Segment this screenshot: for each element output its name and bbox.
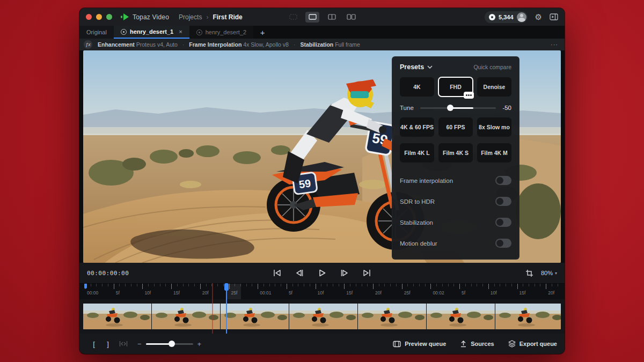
filmstrip[interactable] <box>79 299 565 334</box>
ruler-minor-tick <box>131 284 131 286</box>
filmstrip-thumbnail[interactable] <box>152 304 220 329</box>
filmstrip-thumbnail[interactable] <box>221 304 289 329</box>
ruler-major-tick <box>114 284 114 289</box>
ruler-minor-tick <box>102 284 103 286</box>
toggle-right-panel-icon[interactable] <box>550 13 558 20</box>
transport-bar: 00:00:00:00 80% <box>79 263 565 283</box>
pipeline-step-stabilization[interactable]: Stabilization Full frame <box>300 41 360 48</box>
preset-denoise-button[interactable]: Denoise <box>477 77 511 97</box>
quick-compare-button[interactable]: Quick compare <box>473 64 511 70</box>
playhead[interactable] <box>226 283 227 334</box>
pipeline-step-frame-interpolation[interactable]: Frame Interpolation 4x Slow, Apollo v8 <box>189 41 289 48</box>
pipeline-more-button[interactable]: ··· <box>551 41 558 48</box>
next-frame-button[interactable] <box>339 267 350 279</box>
comparison-marker-line <box>212 283 213 334</box>
feature-toggles: Frame interpolation SDR to HDR Stabiliza… <box>400 170 511 254</box>
ruler-minor-tick <box>137 284 137 286</box>
ruler-tick-label: 20f <box>375 290 382 295</box>
tab-henry-desert-1[interactable]: henry_desert_1 × <box>114 26 189 39</box>
export-queue-button[interactable]: Export queue <box>508 340 557 348</box>
tune-slider-handle[interactable] <box>447 105 453 111</box>
ruler-minor-tick <box>206 284 207 286</box>
preset-film4ks-button[interactable]: Film 4K S <box>438 143 473 162</box>
timeline-zoom-handle[interactable] <box>169 341 175 347</box>
current-frame-highlight <box>226 284 241 300</box>
ruler-minor-tick <box>506 284 506 286</box>
preset-film4km-button[interactable]: Film 4K M <box>477 143 511 162</box>
tab-original[interactable]: Original <box>79 26 114 39</box>
fit-timeline-icon[interactable] <box>119 341 128 347</box>
filmstrip-thumbnail[interactable] <box>289 304 357 329</box>
ruler-minor-tick <box>281 284 281 286</box>
ruler-tick-label: 00:01 <box>260 290 271 295</box>
preset-60fps-button[interactable]: 60 FPS <box>438 117 473 137</box>
filmstrip-thumbnail[interactable] <box>83 304 151 329</box>
timeline-zoom-out-button[interactable]: − <box>137 340 142 348</box>
crop-icon[interactable] <box>525 269 533 277</box>
new-tab-button[interactable]: + <box>253 26 272 39</box>
tune-value: -50 <box>502 105 511 111</box>
timeline-ruler[interactable]: 00:005f10f15f20f25f00:015f10f15f20f25f00… <box>79 283 565 299</box>
sdr-to-hdr-toggle[interactable] <box>495 197 511 206</box>
motion-deblur-toggle[interactable] <box>495 239 511 248</box>
viewer-zoom-dropdown[interactable]: 80% ▾ <box>541 270 557 276</box>
pipeline-separator: · <box>294 41 296 48</box>
set-in-point-button[interactable]: [ <box>87 337 101 350</box>
filmstrip-thumbnail[interactable] <box>358 304 426 329</box>
video-viewer[interactable]: 59 59 <box>79 50 565 263</box>
stabilization-label: Stabilization <box>400 219 433 226</box>
preset-film4kl-button[interactable]: Film 4K L <box>400 143 434 162</box>
ruler-minor-tick <box>350 284 350 286</box>
preset-options-icon[interactable] <box>464 92 474 99</box>
ruler-minor-tick <box>477 284 477 286</box>
minimize-window-button[interactable] <box>96 14 102 20</box>
play-button[interactable] <box>316 267 328 279</box>
ruler-minor-tick <box>188 284 189 286</box>
close-tab-icon[interactable]: × <box>179 28 182 35</box>
ruler-major-tick <box>316 284 316 289</box>
preview-queue-button[interactable]: Preview queue <box>393 341 446 348</box>
stabilization-toggle[interactable] <box>495 218 511 227</box>
ruler-minor-tick <box>310 284 310 286</box>
breadcrumb-current: First Ride <box>213 13 242 21</box>
preset-4k-button[interactable]: 4K <box>400 77 434 97</box>
zoom-window-button[interactable] <box>106 14 112 20</box>
single-view-button[interactable] <box>305 12 319 23</box>
split-view-button[interactable] <box>325 12 339 23</box>
credits-badge[interactable]: 5,344 <box>485 11 528 23</box>
preset-4k60fps-button[interactable]: 4K & 60 FPS <box>400 117 434 137</box>
frame-interpolation-toggle[interactable] <box>495 176 511 185</box>
ruler-minor-tick <box>471 284 472 286</box>
close-window-button[interactable] <box>86 14 92 20</box>
preset-8x-slowmo-button[interactable]: 8x Slow mo <box>477 117 511 137</box>
credits-count: 5,344 <box>499 14 514 20</box>
tune-slider[interactable] <box>420 105 496 111</box>
preset-fhd-label: FHD <box>450 84 462 90</box>
breadcrumb-projects[interactable]: Projects <box>179 13 202 21</box>
settings-gear-icon[interactable]: ⚙ <box>535 13 542 21</box>
presets-dropdown[interactable]: Presets <box>400 63 433 71</box>
avatar[interactable] <box>517 12 526 22</box>
sources-label: Sources <box>471 341 494 347</box>
filmstrip-thumbnail[interactable] <box>427 304 495 329</box>
timeline-zoom-slider[interactable] <box>146 343 193 345</box>
ruler-minor-tick <box>154 284 155 286</box>
previous-frame-button[interactable] <box>294 267 305 279</box>
skip-to-start-button[interactable] <box>271 267 283 279</box>
preset-fhd-button[interactable]: FHD <box>438 77 473 97</box>
ruler-minor-tick <box>356 284 356 286</box>
tab-henry-desert-2[interactable]: henry_desert_2 <box>189 26 253 39</box>
overlay-view-button[interactable] <box>286 12 300 23</box>
timeline-zoom-in-button[interactable]: + <box>197 340 202 348</box>
bottom-bar: [ ] − + Preview queue <box>79 334 565 354</box>
ruler-tick-label: 00:02 <box>433 290 444 295</box>
skip-to-end-button[interactable] <box>361 267 373 279</box>
playhead-handle[interactable] <box>224 283 229 291</box>
ruler-minor-tick <box>269 284 270 286</box>
side-by-side-view-button[interactable] <box>344 12 358 23</box>
sources-button[interactable]: Sources <box>460 341 494 348</box>
set-out-point-button[interactable]: ] <box>101 337 115 350</box>
filmstrip-thumbnail[interactable] <box>495 304 561 329</box>
in-point-marker[interactable] <box>84 284 87 289</box>
pipeline-step-enhancement[interactable]: Enhancement Proteus v4, Auto <box>98 41 178 48</box>
